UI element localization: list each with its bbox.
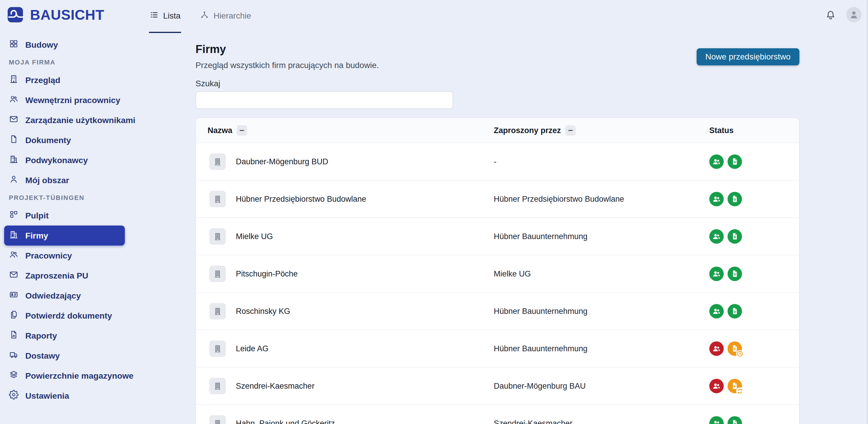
sidebar-item-dokumenty[interactable]: Dokumenty <box>0 130 121 150</box>
column-header-zaproszony-przez: Zaproszony przez <box>494 126 561 135</box>
invited-by: - <box>494 157 496 166</box>
document-icon <box>9 134 19 146</box>
company-name: Daubner-Mögenburg BUD <box>236 157 328 166</box>
visitor-badge-icon <box>9 290 19 302</box>
sync-badge-icon <box>736 387 744 395</box>
status-badges <box>709 229 742 243</box>
people-status-ok-icon <box>709 267 724 281</box>
company-name: Hübner Przedsiębiorstwo Budowlane <box>236 194 366 204</box>
hierarchy-icon <box>200 10 209 22</box>
table-row[interactable]: Hahn, Pajonk und Göckeritz Szendrei-Kaes… <box>196 404 799 424</box>
column-header-status: Status <box>709 126 734 135</box>
app-logo-text: BAUSICHT <box>30 7 104 23</box>
sidebar-item-przeglad[interactable]: Przegląd <box>0 70 121 90</box>
sidebar-item-label: Zaproszenia PU <box>25 271 88 281</box>
sidebar-item-label: Firmy <box>25 231 48 241</box>
sidebar-item-potwierdz-dokumenty[interactable]: Potwierdź dokumenty <box>0 306 121 326</box>
people-status-error-icon <box>709 341 724 356</box>
user-avatar[interactable] <box>846 7 862 22</box>
sidebar-section-projekt-tubingen: PROJEKT-TÜBINGEN <box>0 190 186 206</box>
top-actions <box>825 0 862 29</box>
sort-dash-icon <box>240 130 244 131</box>
search-input[interactable] <box>195 91 453 109</box>
sidebar-item-label: Powierzchnie magazynowe <box>25 371 133 381</box>
documents-status-ok-icon <box>727 229 742 243</box>
people-status-ok-icon <box>709 304 724 318</box>
table-row[interactable]: Mielke UG Hübner Bauunternehmung <box>196 217 799 255</box>
people-status-error-icon <box>709 378 724 393</box>
invited-by: Hübner Bauunternehmung <box>494 306 587 316</box>
company-name: Szendrei-Kaesmacher <box>236 381 314 390</box>
company-icon <box>209 415 226 424</box>
mail-icon <box>9 270 19 281</box>
sidebar-item-label: Zarządzanie użytkownikami <box>25 115 135 125</box>
page-title: Firmy <box>195 43 226 56</box>
sidebar-item-raporty[interactable]: Raporty <box>0 326 121 346</box>
status-badges <box>709 304 742 318</box>
app-logo-icon <box>6 5 25 25</box>
sidebar-item-label: Budowy <box>25 40 58 50</box>
sidebar-item-odwiedzajacy[interactable]: Odwiedzający <box>0 285 121 306</box>
table-row[interactable]: Leide AG Hübner Bauunternehmung <box>196 330 799 367</box>
report-icon <box>9 330 19 341</box>
tab-label: Lista <box>163 11 181 21</box>
sort-button-zaproszony-przez[interactable] <box>565 125 576 136</box>
notifications-bell-icon[interactable] <box>825 8 837 21</box>
company-icon <box>209 266 226 282</box>
sidebar-item-podwykonawcy[interactable]: Podwykonawcy <box>0 150 121 170</box>
people-status-ok-icon <box>709 416 724 424</box>
sidebar-item-dostawy[interactable]: Dostawy <box>0 346 121 366</box>
sidebar-item-firmy[interactable]: Firmy <box>4 225 125 246</box>
sidebar-item-label: Mój obszar <box>25 176 69 185</box>
sidebar-item-budowy[interactable]: Budowy <box>0 35 121 55</box>
list-icon <box>150 10 159 22</box>
sidebar-item-ustawienia[interactable]: Ustawienia <box>0 386 121 406</box>
sidebar-item-pulpit[interactable]: Pulpit <box>0 206 121 225</box>
tab-lista[interactable]: Lista <box>149 0 181 33</box>
invited-by: Daubner-Mögenburg BAU <box>494 381 586 390</box>
table-header: Nazwa Zaproszony przez Status <box>196 118 799 143</box>
sidebar-item-label: Raporty <box>25 331 57 341</box>
table-row[interactable]: Daubner-Mögenburg BUD - <box>196 143 799 180</box>
sidebar-item-powierzchnie-magazynowe[interactable]: Powierzchnie magazynowe <box>0 366 121 386</box>
clock-badge-icon <box>736 350 744 358</box>
sidebar-item-wewnetrzni-pracownicy[interactable]: Wewnętrzni pracownicy <box>0 90 121 110</box>
table-body: Daubner-Mögenburg BUD - Hübner Przedsięb… <box>196 143 799 424</box>
invited-by: Szendrei-Kaesmacher <box>494 419 572 424</box>
sidebar-item-pracownicy[interactable]: Pracownicy <box>0 246 121 266</box>
table-row[interactable]: Szendrei-Kaesmacher Daubner-Mögenburg BA… <box>196 367 799 404</box>
new-company-button[interactable]: Nowe przedsiębiorstwo <box>696 48 799 65</box>
invited-by: Hübner Przedsiębiorstwo Budowlane <box>494 194 624 204</box>
grid-icon <box>9 39 19 51</box>
table-row[interactable]: Pitschugin-Pöche Mielke UG <box>196 255 799 292</box>
status-badges <box>709 192 742 206</box>
sidebar-item-moj-obszar[interactable]: Mój obszar <box>0 170 121 190</box>
status-badges <box>709 267 742 281</box>
sidebar-item-label: Odwiedzający <box>25 291 81 301</box>
company-name: Leide AG <box>236 344 269 353</box>
table-row[interactable]: Hübner Przedsiębiorstwo Budowlane Hübner… <box>196 180 799 217</box>
table-row[interactable]: Roschinsky KG Hübner Bauunternehmung <box>196 292 799 330</box>
view-tabs: Lista Hierarchie <box>149 0 252 33</box>
sidebar-item-label: Dokumenty <box>25 135 71 145</box>
documents-status-ok-icon <box>727 154 742 169</box>
people-status-ok-icon <box>709 229 724 243</box>
sidebar-item-label: Pracownicy <box>25 251 72 261</box>
gear-icon <box>9 390 19 402</box>
sidebar-item-label: Wewnętrzni pracownicy <box>25 95 120 105</box>
buildings-icon <box>9 230 19 241</box>
people-status-ok-icon <box>709 192 724 206</box>
users-icon <box>9 250 19 262</box>
layers-icon <box>9 370 19 382</box>
sort-dash-icon <box>568 130 573 131</box>
sort-button-nazwa[interactable] <box>237 125 247 136</box>
building-icon <box>9 74 19 86</box>
tab-hierarchie[interactable]: Hierarchie <box>199 0 252 33</box>
invited-by: Hübner Bauunternehmung <box>494 232 587 241</box>
company-icon <box>209 378 226 394</box>
app-logo[interactable]: BAUSICHT <box>6 5 104 25</box>
sidebar-item-zarzadzanie-uzytkownikami[interactable]: Zarządzanie użytkownikami <box>0 110 121 130</box>
sidebar-item-zaproszenia-pu[interactable]: Zaproszenia PU <box>0 266 121 285</box>
column-header-nazwa: Nazwa <box>208 126 232 135</box>
sidebar-section-moja-firma: MOJA FIRMA <box>0 55 186 70</box>
